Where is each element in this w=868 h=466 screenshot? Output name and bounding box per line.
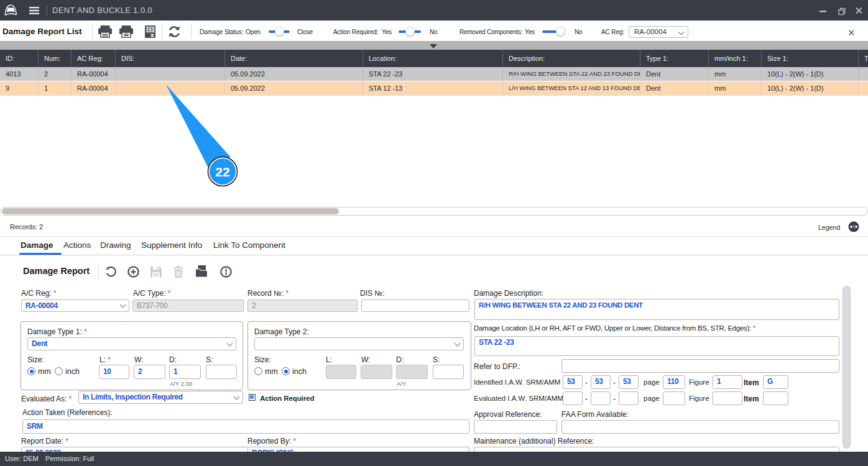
svg-text:22: 22 <box>215 165 229 179</box>
